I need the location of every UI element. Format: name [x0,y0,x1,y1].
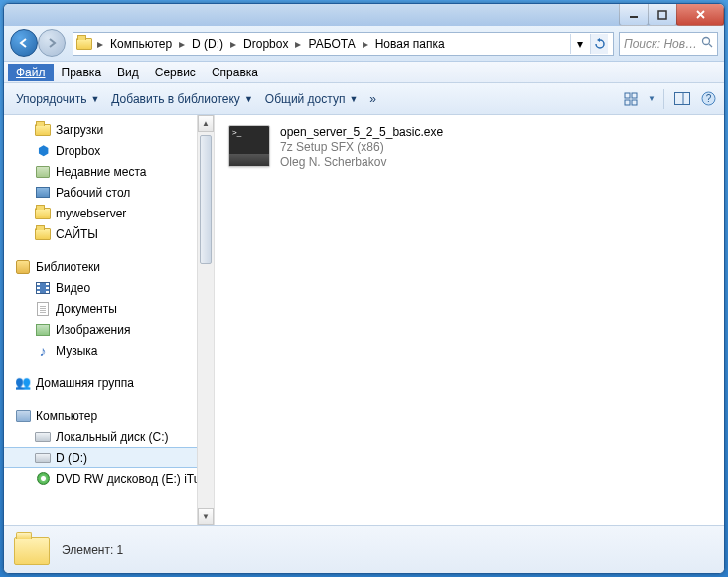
tree-music[interactable]: ♪Музыка [4,340,214,361]
tree-dropbox[interactable]: ⬢Dropbox [4,140,214,161]
crumb-computer[interactable]: Компьютер [106,33,176,55]
tree-documents[interactable]: Документы [4,298,214,319]
crumb-rabota[interactable]: РАБОТА [304,33,359,55]
menu-view[interactable]: Вид [109,64,147,81]
back-button[interactable] [10,29,38,57]
scroll-up-button[interactable]: ▲ [198,115,214,132]
command-bar: Упорядочить▼ Добавить в библиотеку▼ Общи… [4,83,724,115]
tree-drive-d[interactable]: D (D:) [4,447,214,468]
tree-sites[interactable]: САЙТЫ [4,223,214,244]
nav-row: ▸ Компьютер ▸ D (D:) ▸ Dropbox ▸ РАБОТА … [4,26,724,62]
music-icon: ♪ [40,344,47,358]
menu-help[interactable]: Справка [204,64,266,81]
menu-bar: Файл Правка Вид Сервис Справка [4,62,724,83]
homegroup-icon: 👥 [15,375,31,390]
forward-button[interactable] [38,29,66,57]
crumb-d[interactable]: D (D:) [188,33,227,55]
search-placeholder: Поиск: Нов… [624,37,697,51]
chevron-right-icon[interactable]: ▸ [176,37,188,51]
menu-tools[interactable]: Сервис [147,64,204,81]
menu-edit[interactable]: Правка [54,64,110,81]
view-mode-button[interactable] [622,89,642,109]
crumb-dropbox[interactable]: Dropbox [239,33,292,55]
svg-rect-5 [632,93,637,98]
svg-rect-6 [625,100,630,105]
dropbox-icon: ⬢ [38,144,49,157]
file-list[interactable]: open_server_5_2_5_basic.exe 7z Setup SFX… [215,115,724,525]
svg-rect-0 [630,16,638,18]
svg-text:?: ? [705,93,711,104]
tree-homegroup[interactable]: 👥Домашняя группа [4,372,214,393]
minimize-button[interactable] [619,4,649,26]
file-info: open_server_5_2_5_basic.exe 7z Setup SFX… [280,125,443,170]
chevron-right-icon[interactable]: ▸ [292,37,304,51]
help-button[interactable]: ? [698,89,718,109]
search-input[interactable]: Поиск: Нов… [619,32,718,56]
tree-dvd[interactable]: DVD RW дисковод (E:) iTutc [4,468,214,489]
tree-mywebserver[interactable]: mywebserver [4,203,214,223]
explorer-window: ▸ Компьютер ▸ D (D:) ▸ Dropbox ▸ РАБОТА … [3,3,725,574]
scroll-down-button[interactable]: ▼ [198,508,214,525]
tree-recent[interactable]: Недавние места [4,161,214,182]
address-dropdown-button[interactable]: ▾ [570,34,588,54]
maximize-button[interactable] [648,4,677,26]
tree-pictures[interactable]: Изображения [4,319,214,340]
folder-icon [14,531,52,569]
tree-drive-c[interactable]: Локальный диск (C:) [4,426,214,447]
status-bar: Элемент: 1 [4,525,724,573]
chevron-down-icon[interactable]: ▼ [648,94,655,103]
titlebar [4,4,724,26]
crumb-newfolder[interactable]: Новая папка [371,33,449,55]
file-item[interactable]: open_server_5_2_5_basic.exe 7z Setup SFX… [224,121,714,174]
navigation-pane: Загрузки ⬢Dropbox Недавние места Рабочий… [4,115,215,525]
svg-rect-8 [675,93,690,105]
nav-scrollbar[interactable]: ▲ ▼ [197,115,214,525]
file-type: 7z Setup SFX (x86) [280,140,443,155]
scroll-thumb[interactable] [200,135,212,264]
tree-desktop[interactable]: Рабочий стол [4,182,214,203]
address-bar[interactable]: ▸ Компьютер ▸ D (D:) ▸ Dropbox ▸ РАБОТА … [73,32,614,56]
executable-icon [228,125,270,167]
preview-pane-button[interactable] [672,89,692,109]
svg-rect-1 [658,11,666,19]
svg-rect-7 [632,100,637,105]
search-icon [701,36,713,51]
refresh-button[interactable] [590,34,608,54]
file-author: Oleg N. Scherbakov [280,155,443,170]
svg-rect-4 [625,93,630,98]
file-name: open_server_5_2_5_basic.exe [280,125,443,140]
chevron-right-icon[interactable]: ▸ [227,37,239,51]
add-to-library-button[interactable]: Добавить в библиотеку▼ [105,89,258,109]
folder-icon [76,36,92,52]
svg-line-3 [709,44,712,47]
tree-video[interactable]: Видео [4,277,214,298]
svg-point-2 [703,38,710,45]
tree-computer[interactable]: Компьютер [4,405,214,426]
menu-file[interactable]: Файл [8,64,54,81]
chevron-right-icon[interactable]: ▸ [94,37,106,51]
tree-libraries[interactable]: Библиотеки [4,256,214,277]
body-area: Загрузки ⬢Dropbox Недавние места Рабочий… [4,115,724,525]
nav-buttons [10,29,68,59]
chevron-right-icon[interactable]: ▸ [360,37,371,51]
tree-downloads[interactable]: Загрузки [4,119,214,140]
status-count: Элемент: 1 [62,543,123,557]
close-button[interactable] [676,4,724,26]
share-button[interactable]: Общий доступ▼ [259,89,364,109]
overflow-button[interactable]: » [364,89,382,109]
organize-button[interactable]: Упорядочить▼ [10,89,105,109]
